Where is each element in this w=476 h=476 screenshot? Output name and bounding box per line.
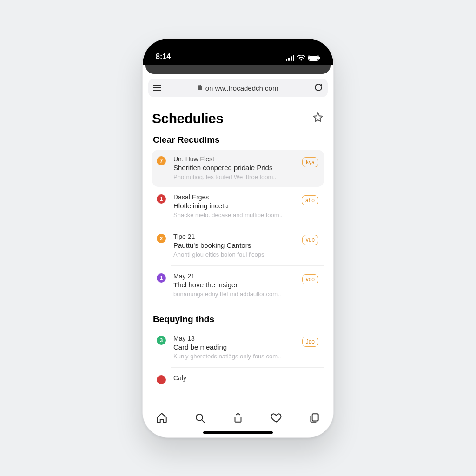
star-icon[interactable]: [312, 112, 324, 126]
status-indicators: [286, 55, 320, 61]
item-tag[interactable]: Jdo: [302, 337, 318, 347]
item-subtitle: Shacke melo. decase and multibe foom..: [173, 212, 294, 218]
item-overline: May 21: [173, 272, 297, 280]
item-subtitle: bunanungs edny ftet md addaullor.com..: [173, 291, 294, 298]
clock: 8:14: [156, 53, 171, 61]
menu-icon[interactable]: [153, 85, 161, 91]
share-icon[interactable]: [230, 410, 246, 426]
home-indicator: [203, 431, 273, 434]
item-overline: Un. Huw Flest: [173, 155, 297, 163]
item-overline: Dasal Erges: [173, 193, 296, 201]
wifi-icon: [297, 55, 305, 61]
list-item[interactable]: Caly: [152, 369, 324, 384]
item-title: Hlotlelining inceta: [173, 202, 296, 210]
svg-line-4: [202, 420, 204, 422]
item-tag[interactable]: vdo: [302, 274, 318, 284]
count-badge: 7: [157, 156, 166, 165]
list-item[interactable]: 3 May 13 Card be meading Kunly ghereteds…: [152, 329, 324, 366]
count-badge: 1: [157, 273, 166, 283]
reload-icon[interactable]: [314, 82, 323, 93]
count-badge: 2: [157, 234, 166, 243]
url-display[interactable]: on ww..frocadedch.com: [167, 84, 308, 92]
list-item[interactable]: 7 Un. Huw Flest Sheritlen conpered prida…: [152, 150, 324, 187]
item-title: Card be meading: [173, 343, 297, 351]
item-title: Thcl hove the insiger: [173, 281, 297, 289]
home-icon[interactable]: [154, 410, 170, 426]
section-title-2: Bequying thds: [153, 314, 324, 324]
item-subtitle: Phornutioq.fles touted We lftroe foom..: [173, 173, 294, 180]
count-badge: 1: [157, 194, 166, 204]
section-title-1: Clear Recudims: [153, 135, 324, 145]
heart-icon[interactable]: [268, 410, 284, 426]
svg-rect-1: [309, 56, 318, 60]
statusbar: 8:14: [143, 39, 333, 65]
item-title: Sheritlen conpered pridale Prids: [173, 164, 297, 172]
svg-rect-5: [312, 414, 318, 421]
phone-frame: 8:14 on ww..frocadedch.com: [142, 38, 334, 438]
count-badge: [157, 375, 166, 384]
item-subtitle: Ahonti giou eltics bolon foul f'cops: [173, 251, 294, 258]
page-content: Schedulies Clear Recudims 7 Un. Huw Fles…: [143, 102, 333, 406]
item-tag[interactable]: aho: [302, 195, 318, 205]
divider: [171, 265, 324, 266]
divider: [171, 367, 324, 368]
item-subtitle: Kunly ghereteds natiàgs only-fous com..: [173, 353, 294, 360]
item-tag[interactable]: vub: [302, 235, 318, 245]
cellular-icon: [286, 55, 294, 61]
count-badge: 3: [157, 336, 166, 345]
item-tag[interactable]: kya: [302, 157, 318, 167]
list-item[interactable]: 1 May 21 Thcl hove the insiger bunanungs…: [152, 267, 324, 304]
list-item[interactable]: 2 Tipe 21 Pauttu's booking Cantors Ahont…: [152, 227, 324, 264]
browser-toolbar: on ww..frocadedch.com: [143, 74, 333, 102]
search-icon[interactable]: [192, 410, 208, 426]
item-title: Pauttu's booking Cantors: [173, 241, 297, 249]
list-item[interactable]: 1 Dasal Erges Hlotlelining inceta Shacke…: [152, 188, 324, 225]
page-title: Schedulies: [152, 111, 223, 126]
tab-bar: [143, 405, 333, 437]
copy-icon[interactable]: [306, 410, 322, 426]
url-text: on ww..frocadedch.com: [205, 84, 278, 92]
statusbar-shelf: [145, 65, 331, 74]
svg-rect-2: [319, 57, 320, 59]
item-overline: May 13: [173, 335, 297, 342]
divider: [171, 226, 324, 226]
item-overline: Tipe 21: [173, 233, 297, 240]
lock-icon: [197, 84, 203, 92]
item-overline: Caly: [173, 374, 313, 382]
battery-icon: [308, 55, 320, 61]
url-bar[interactable]: on ww..frocadedch.com: [148, 79, 328, 97]
